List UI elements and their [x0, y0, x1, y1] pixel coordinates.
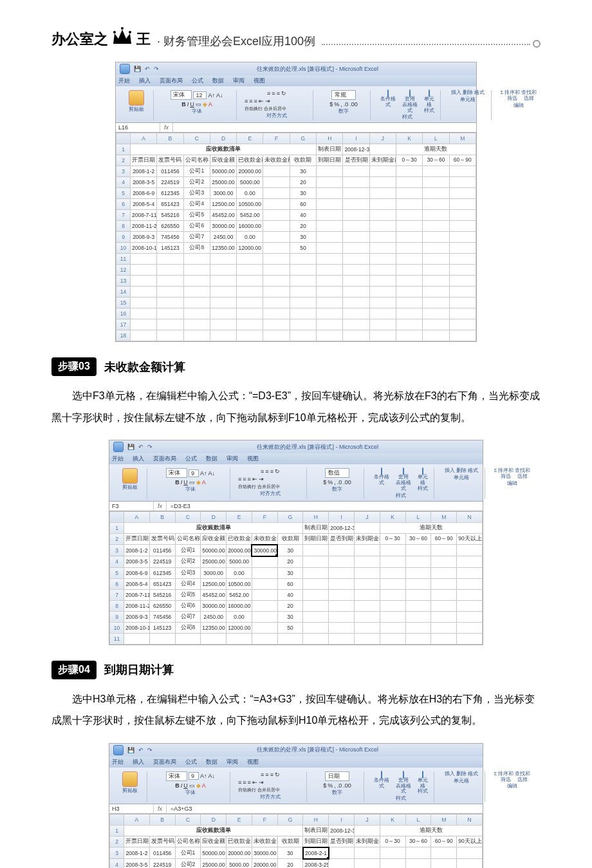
align-center-icon[interactable]: ≡ — [243, 476, 246, 482]
cell-4-8[interactable] — [317, 177, 343, 188]
paste-icon[interactable] — [122, 468, 138, 484]
cell-5-5[interactable]: 0.00 — [227, 567, 252, 578]
cell-5-3[interactable]: 公司3 — [183, 188, 210, 199]
italic-icon[interactable]: I — [181, 479, 183, 486]
cell-6-2[interactable]: 651423 — [157, 199, 183, 210]
cell-3-12[interactable] — [405, 847, 431, 859]
row-header-2[interactable]: 2 — [116, 155, 131, 166]
cell-3-5[interactable]: 20000.00 — [227, 847, 252, 859]
cell-10-11[interactable] — [396, 243, 422, 254]
cell-3-3[interactable]: 公司1 — [175, 847, 201, 859]
font-size-dropdown[interactable]: 12 — [193, 91, 207, 99]
cell-6-14[interactable] — [457, 578, 483, 589]
row-header-14[interactable]: 14 — [116, 287, 131, 297]
row-header-9[interactable]: 9 — [116, 232, 131, 243]
cell-6-8[interactable] — [303, 578, 329, 589]
cell-7-1[interactable]: 2008-7-11 — [124, 589, 150, 600]
cell-4-12[interactable] — [405, 556, 431, 568]
cell-4-1[interactable]: 2008-3-5 — [124, 556, 150, 568]
cell-4-6[interactable]: 20000.00 — [252, 859, 277, 868]
office-button-icon[interactable] — [113, 442, 124, 452]
cell-3-12[interactable] — [423, 166, 449, 177]
cell-10-3[interactable]: 公司8 — [175, 622, 201, 633]
wrap-merge[interactable]: 自动换行 合并后居中 — [245, 106, 286, 112]
col-header-B[interactable]: B — [157, 133, 183, 144]
col-header-M[interactable]: M — [431, 511, 457, 522]
cell-4-14[interactable] — [457, 859, 483, 868]
font-size-dropdown[interactable]: 9 — [189, 772, 199, 780]
ribbon-tab-2[interactable]: 页面布局 — [153, 455, 176, 463]
indent-dec-icon[interactable]: ⇤ — [252, 476, 257, 482]
cells-btn-0[interactable]: 插入 — [445, 468, 455, 474]
row-header-3[interactable]: 3 — [110, 545, 124, 556]
cell-8-2[interactable]: 626550 — [149, 600, 175, 611]
ribbon-tab-1[interactable]: 插入 — [133, 758, 144, 766]
cell-3-2[interactable]: 011456 — [157, 166, 183, 177]
cell-8-13[interactable] — [431, 600, 457, 611]
cell-10-5[interactable]: 12000.00 — [227, 622, 252, 633]
increase-font-icon[interactable]: A↑ — [208, 92, 215, 99]
ribbon-tab-6[interactable]: 视图 — [254, 77, 265, 85]
cell-9-5[interactable]: 0.00 — [237, 232, 263, 243]
ribbon-tab-5[interactable]: 审阅 — [227, 455, 238, 463]
col-header-J[interactable]: J — [355, 814, 380, 825]
dec-dec-icon[interactable]: .00 — [349, 101, 358, 108]
paste-icon[interactable] — [122, 771, 138, 787]
cell-10-10[interactable] — [355, 622, 380, 633]
align-right-icon[interactable]: ≡ — [254, 98, 257, 104]
currency-icon[interactable]: $ — [329, 101, 333, 108]
cell-8-10[interactable] — [355, 600, 380, 611]
cell-9-4[interactable]: 2450.00 — [201, 611, 227, 622]
border-icon[interactable]: ▭ — [196, 101, 201, 108]
font-color-icon[interactable]: A — [202, 782, 206, 789]
decrease-font-icon[interactable]: A↓ — [208, 773, 216, 779]
cell-10-4[interactable]: 12350.00 — [201, 622, 227, 633]
ribbon-tab-5[interactable]: 审阅 — [233, 77, 245, 85]
comma-icon[interactable]: , — [334, 782, 336, 789]
cell-6-1[interactable]: 2008-5-4 — [131, 199, 157, 210]
col-header-D[interactable]: D — [201, 814, 227, 825]
cell-5-12[interactable] — [423, 188, 449, 199]
align-top-icon[interactable]: ≡ — [261, 468, 264, 475]
qat-undo-icon[interactable]: ↶ — [138, 444, 143, 450]
cell-8-9[interactable] — [329, 600, 355, 611]
row-header-10[interactable]: 10 — [116, 243, 131, 254]
cell-5-2[interactable]: 612345 — [149, 567, 175, 578]
select-all-corner[interactable] — [116, 133, 131, 144]
col-header-I[interactable]: I — [343, 133, 369, 144]
align-bot-icon[interactable]: ≡ — [277, 90, 280, 97]
col-header-A[interactable]: A — [131, 133, 157, 144]
cell-7-1[interactable]: 2008-7-11 — [131, 210, 157, 221]
cell-3-10[interactable] — [355, 545, 380, 556]
align-center-icon[interactable]: ≡ — [243, 779, 246, 786]
percent-icon[interactable]: % — [328, 782, 333, 789]
decrease-font-icon[interactable]: A↓ — [208, 470, 216, 476]
increase-font-icon[interactable]: A↑ — [200, 470, 207, 476]
cell-8-8[interactable] — [317, 221, 343, 232]
ribbon-tab-3[interactable]: 公式 — [185, 455, 197, 463]
cell-9-10[interactable] — [369, 232, 396, 243]
cell-10-2[interactable]: 145123 — [149, 622, 175, 633]
cell-4-2[interactable]: 224519 — [149, 556, 175, 568]
cell-3-8[interactable]: 2008-2-1 — [303, 847, 329, 859]
worksheet-grid[interactable]: ABCDEFGHIJKLM1应收账款清单制表日期2008-12-30逾期天数2开… — [116, 133, 476, 341]
cell-6-3[interactable]: 公司4 — [183, 199, 210, 210]
row-header-16[interactable]: 16 — [116, 308, 131, 319]
cell-4-2[interactable]: 224519 — [149, 859, 175, 868]
cell-5-3[interactable]: 公司3 — [175, 567, 201, 578]
cell-3-8[interactable] — [303, 545, 329, 556]
cell-8-13[interactable] — [449, 221, 476, 232]
bold-icon[interactable]: B — [175, 782, 180, 789]
cell-5-4[interactable]: 3000.00 — [201, 567, 227, 578]
row-header-8[interactable]: 8 — [110, 600, 124, 611]
cell-7-6[interactable] — [252, 589, 277, 600]
cell-4-6[interactable] — [252, 556, 277, 568]
inc-dec-icon[interactable]: .0 — [337, 479, 342, 486]
cell-3-5[interactable]: 20000.00 — [227, 545, 252, 556]
cell-7-2[interactable]: 545216 — [149, 589, 175, 600]
bold-icon[interactable]: B — [181, 101, 186, 108]
indent-dec-icon[interactable]: ⇤ — [252, 779, 257, 786]
align-mid-icon[interactable]: ≡ — [265, 468, 268, 475]
cell-6-1[interactable]: 2008-5-4 — [124, 578, 150, 589]
row-header-11[interactable]: 11 — [110, 633, 124, 644]
